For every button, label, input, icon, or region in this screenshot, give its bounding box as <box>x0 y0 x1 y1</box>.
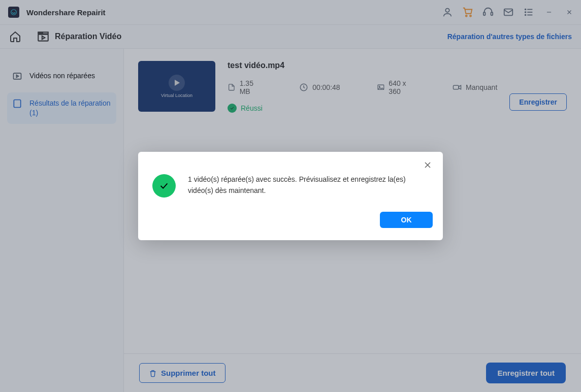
modal-message: 1 vidéo(s) réparée(s) avec succès. Prévi… <box>188 174 430 196</box>
modal-overlay: 1 vidéo(s) réparée(s) avec succès. Prévi… <box>0 0 581 392</box>
modal-ok-button[interactable]: OK <box>380 212 433 228</box>
success-check-icon <box>152 174 176 198</box>
success-modal: 1 vidéo(s) réparée(s) avec succès. Prévi… <box>138 152 443 240</box>
modal-close-button[interactable] <box>423 160 433 170</box>
